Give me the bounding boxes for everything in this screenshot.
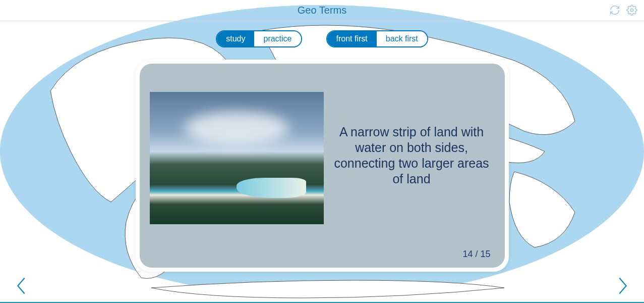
back-first-button[interactable]: back first xyxy=(377,31,427,46)
study-button[interactable]: study xyxy=(217,31,254,46)
gear-icon[interactable] xyxy=(626,4,638,16)
toggle-row: study practice front first back first xyxy=(0,30,644,47)
practice-button[interactable]: practice xyxy=(254,31,301,46)
page-indicator: 14 / 15 xyxy=(462,249,490,260)
page-title: Geo Terms xyxy=(298,5,346,16)
flashcard-image xyxy=(150,92,324,224)
next-button[interactable] xyxy=(612,275,634,297)
flashcard-definition: A narrow strip of land with water on bot… xyxy=(334,124,495,187)
flashcard-inner: A narrow strip of land with water on bot… xyxy=(140,64,505,268)
front-first-button[interactable]: front first xyxy=(327,31,377,46)
prev-button[interactable] xyxy=(10,275,32,297)
mode-toggle-group: study practice xyxy=(216,30,302,47)
svg-point-1 xyxy=(630,9,633,12)
refresh-icon[interactable] xyxy=(609,4,621,16)
order-toggle-group: front first back first xyxy=(326,30,428,47)
header: Geo Terms xyxy=(0,0,644,21)
flashcard[interactable]: A narrow strip of land with water on bot… xyxy=(136,60,509,272)
